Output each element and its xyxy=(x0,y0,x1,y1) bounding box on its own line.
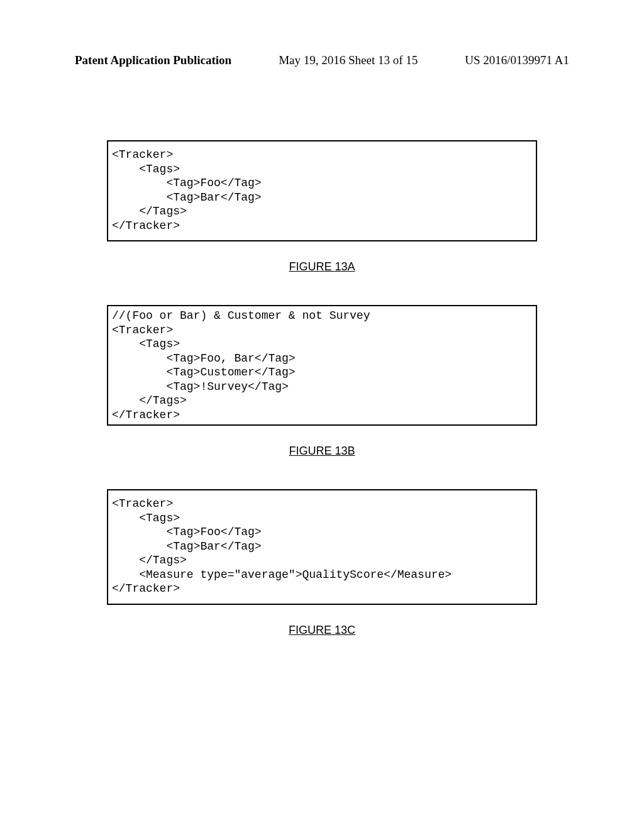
page-header: Patent Application Publication May 19, 2… xyxy=(72,53,572,71)
figure-13c-label: FIGURE 13C xyxy=(72,624,572,637)
figure-13a-label: FIGURE 13A xyxy=(72,260,572,274)
patent-page: Patent Application Publication May 19, 2… xyxy=(0,0,644,830)
figure-13b-label: FIGURE 13B xyxy=(72,445,572,458)
header-publication-number: US 2016/0139971 A1 xyxy=(465,53,569,67)
header-publication-type: Patent Application Publication xyxy=(75,53,231,67)
figure-13b-code: //(Foo or Bar) & Customer & not Survey <… xyxy=(112,309,370,421)
figure-13c-code-box: <Tracker> <Tags> <Tag>Foo</Tag> <Tag>Bar… xyxy=(107,489,537,605)
figure-13b-code-box: //(Foo or Bar) & Customer & not Survey <… xyxy=(107,305,537,426)
figure-13a-code: <Tracker> <Tags> <Tag>Foo</Tag> <Tag>Bar… xyxy=(112,148,262,232)
header-date-sheet: May 19, 2016 Sheet 13 of 15 xyxy=(279,53,418,67)
figure-13c-code: <Tracker> <Tags> <Tag>Foo</Tag> <Tag>Bar… xyxy=(112,497,452,595)
figure-13a-code-box: <Tracker> <Tags> <Tag>Foo</Tag> <Tag>Bar… xyxy=(107,140,537,241)
